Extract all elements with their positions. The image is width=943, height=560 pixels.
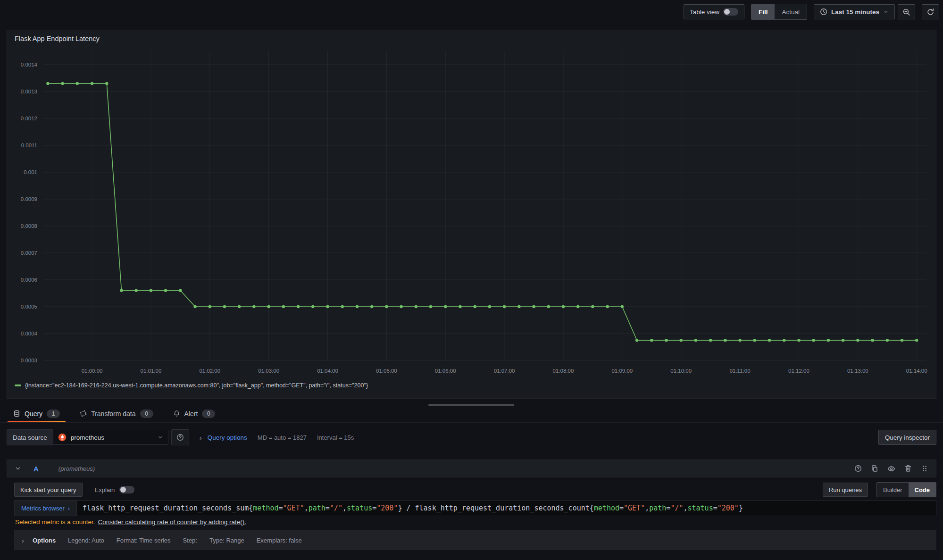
duplicate-icon[interactable] <box>871 465 878 472</box>
query-token: = <box>372 504 376 512</box>
x-tick-label: 01:03:00 <box>258 368 279 374</box>
query-options-interval: Interval = 15s <box>317 434 354 441</box>
data-point <box>606 305 609 308</box>
eye-icon[interactable] <box>887 465 895 473</box>
angle-right-icon: › <box>22 536 24 544</box>
explain-toggle[interactable] <box>119 486 134 493</box>
y-tick-label: 0.0008 <box>21 223 37 229</box>
warning-rate-link[interactable]: Consider calculating rate of counter by … <box>98 518 246 526</box>
data-point <box>738 339 741 342</box>
y-tick-label: 0.0013 <box>21 89 37 94</box>
data-point <box>238 305 241 308</box>
query-row-actions <box>854 465 928 473</box>
toggle-knob <box>120 487 126 493</box>
zoom-out-button[interactable] <box>898 4 915 19</box>
x-tick-label: 01:13:00 <box>847 368 868 374</box>
query-token: = <box>325 504 330 512</box>
data-point <box>223 305 226 308</box>
table-view-toggle[interactable] <box>723 8 738 16</box>
help-circle-icon[interactable] <box>854 465 862 472</box>
y-tick-label: 0.0006 <box>21 277 37 283</box>
refresh-button[interactable] <box>922 4 939 19</box>
time-range-picker[interactable]: Last 15 minutes <box>814 4 895 19</box>
legend-series-label: {instance="ec2-184-169-216-224.us-west-1… <box>25 382 368 389</box>
run-queries-button[interactable]: Run queries <box>823 483 868 497</box>
x-tick-label: 01:04:00 <box>317 368 338 374</box>
query-token: , <box>683 504 687 512</box>
query-row-header[interactable]: A (prometheus) <box>7 460 936 477</box>
refresh-icon <box>926 8 935 16</box>
data-point <box>724 339 726 342</box>
data-point <box>768 339 771 342</box>
data-point <box>46 82 49 85</box>
tab-query-label: Query <box>25 410 42 418</box>
query-token: , <box>342 504 347 512</box>
help-circle-icon <box>176 434 184 441</box>
builder-button[interactable]: Builder <box>877 483 908 497</box>
timeseries-panel: 0.00140.00130.00120.00110.0010.00090.000… <box>7 30 936 399</box>
y-tick-label: 0.0009 <box>21 196 37 202</box>
tab-transform-data[interactable]: Transform data 0 <box>77 405 156 422</box>
trash-icon[interactable] <box>904 465 912 472</box>
database-icon <box>13 410 20 417</box>
data-point <box>621 305 624 308</box>
data-point <box>444 305 447 308</box>
data-point <box>488 305 491 308</box>
data-point <box>591 305 594 308</box>
fill-button[interactable]: Fill <box>751 4 775 19</box>
data-point <box>326 305 329 308</box>
grafana-panel-editor: Table view Fill Actual Last 15 minutes 0… <box>0 0 943 560</box>
actual-button[interactable]: Actual <box>775 4 807 19</box>
data-point <box>267 305 270 308</box>
drag-grip-icon[interactable] <box>921 465 928 472</box>
warning-text: Selected metric is a counter. <box>15 518 95 526</box>
promql-query-input[interactable]: flask_http_request_duration_seconds_sum{… <box>76 500 936 516</box>
x-tick-label: 01:02:00 <box>199 368 220 374</box>
query-options-collapse[interactable]: › Query options MD = auto = 1827 Interva… <box>200 434 354 442</box>
data-point <box>164 289 167 292</box>
metrics-browser-label: Metrics browser <box>21 505 65 512</box>
counter-warning: Selected metric is a counter.Consider ca… <box>15 518 246 526</box>
table-view-group: Table view <box>684 4 744 19</box>
editor-tabs: Query 1 Transform data 0 Alert 0 <box>0 405 943 423</box>
toggle-knob <box>724 9 730 15</box>
metrics-browser-button[interactable]: Metrics browser › <box>14 500 76 516</box>
chart-legend[interactable]: {instance="ec2-184-169-216-224.us-west-1… <box>15 382 368 389</box>
query-token: "200" <box>376 504 398 512</box>
builder-code-segmented: Builder Code <box>876 482 936 497</box>
tab-query[interactable]: Query 1 <box>10 405 63 422</box>
series-line <box>48 84 917 340</box>
data-point <box>532 305 535 308</box>
x-tick-label: 01:11:00 <box>730 368 751 374</box>
datasource-row: Data source prometheus › Query options M… <box>7 428 936 446</box>
data-point <box>915 339 918 342</box>
clock-icon <box>820 8 827 16</box>
query-token: } <box>739 504 743 512</box>
legend-series-marker <box>15 384 21 386</box>
query-token: = <box>619 504 624 512</box>
data-point <box>252 305 255 308</box>
data-point <box>297 305 300 308</box>
y-tick-label: 0.0012 <box>21 116 37 121</box>
x-tick-label: 01:06:00 <box>435 368 456 374</box>
tab-transform-label: Transform data <box>91 410 135 418</box>
code-button[interactable]: Code <box>909 483 936 497</box>
datasource-help-button[interactable] <box>171 429 189 445</box>
query-options-label: Query options <box>208 434 247 441</box>
transform-icon <box>80 410 87 417</box>
query-options-summary[interactable]: › Options Legend: Auto Format: Time seri… <box>14 530 936 550</box>
query-inspector-button[interactable]: Query inspector <box>878 430 936 445</box>
y-tick-label: 0.0003 <box>21 358 37 363</box>
kick-start-query-button[interactable]: Kick start your query <box>14 483 83 497</box>
tab-query-badge: 1 <box>47 410 60 418</box>
x-tick-label: 01:14:00 <box>906 368 927 374</box>
option-exemplars: Exemplars: false <box>257 537 302 544</box>
query-token: status <box>688 504 713 512</box>
option-format: Format: Time series <box>117 537 171 544</box>
query-token: method <box>253 504 278 512</box>
table-view-label: Table view <box>690 8 719 16</box>
collapse-chevron-icon[interactable] <box>15 465 21 472</box>
data-point <box>871 339 874 342</box>
datasource-select[interactable]: prometheus <box>53 430 168 445</box>
tab-alert[interactable]: Alert 0 <box>170 405 218 422</box>
